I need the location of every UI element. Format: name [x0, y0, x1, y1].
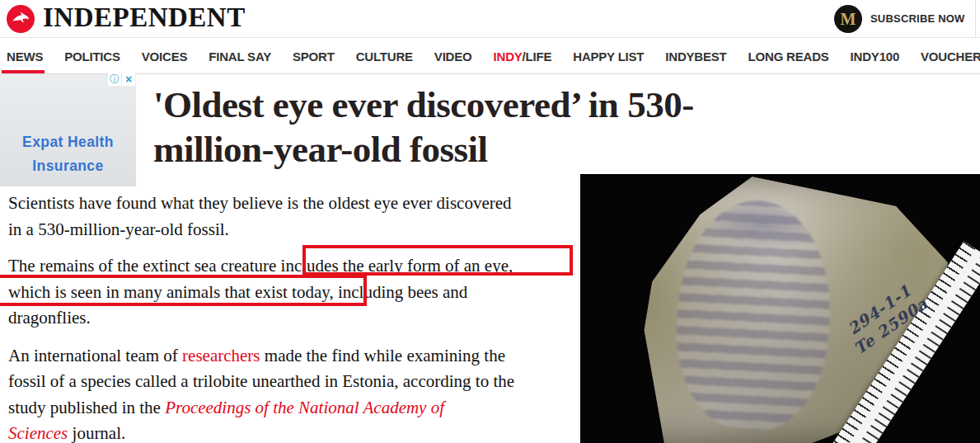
eagle-icon	[10, 8, 31, 30]
nav-indy-prefix: INDY	[494, 49, 523, 64]
headline-line-2: million-year-old fossil	[153, 127, 920, 172]
nav-item-indy-life[interactable]: INDY/LIFE	[494, 39, 552, 73]
nav-item-happy-list[interactable]: HAPPY LIST	[573, 39, 644, 73]
ad-close-icon[interactable]: ×	[121, 73, 135, 86]
independent-minds-logo-icon[interactable]: M	[834, 5, 862, 33]
nav-item-final-say[interactable]: FINAL SAY	[209, 39, 271, 73]
nav-item-voices[interactable]: VOICES	[142, 39, 187, 73]
ad-controls: ⓘ ×	[107, 73, 135, 86]
nav-life-suffix: /LIFE	[523, 49, 552, 64]
primary-nav: NEWS POLITICS VOICES FINAL SAY SPORT CUL…	[0, 39, 980, 74]
ad-line-1: Expat Health	[0, 130, 136, 154]
independent-eagle-logo-icon[interactable]	[7, 5, 35, 33]
p3-line-1: An international team of researchers mad…	[8, 343, 577, 370]
nav-item-culture[interactable]: CULTURE	[356, 39, 413, 73]
nav-item-news[interactable]: NEWS	[7, 39, 43, 73]
header-divider	[975, 0, 976, 38]
p3-line-4: Sciences journal.	[8, 421, 577, 443]
p3-text: made the find while examining the	[260, 346, 505, 365]
nav-item-video[interactable]: VIDEO	[434, 39, 472, 73]
p1-line-1: Scientists have found what they believe …	[8, 191, 577, 217]
subscribe-now-button[interactable]: SUBSCRIBE NOW	[870, 12, 965, 25]
ad-info-icon[interactable]: ⓘ	[107, 73, 121, 86]
ad-copy[interactable]: Expat Health Insurance	[0, 130, 136, 178]
nav-item-long-reads[interactable]: LONG READS	[748, 39, 829, 73]
p3-text: An international team of	[8, 346, 182, 365]
nav-item-indybest[interactable]: INDYBEST	[665, 39, 726, 73]
journal-link-part-2[interactable]: Sciences	[8, 423, 68, 443]
journal-link-part-1[interactable]: Proceedings of the National Academy of	[165, 398, 444, 417]
p3-line-2: fossil of a species called a trilobite u…	[8, 369, 577, 395]
sidebar-ad[interactable]: ⓘ × Expat Health Insurance	[0, 74, 136, 186]
nav-item-vouchers[interactable]: VOUCHERS	[921, 39, 980, 73]
paragraph-1: Scientists have found what they believe …	[8, 191, 577, 243]
nav-item-indy100[interactable]: INDY100	[851, 39, 899, 73]
p3-line-3: study published in the Proceedings of th…	[8, 395, 577, 422]
article-body: Scientists have found what they believe …	[8, 191, 577, 443]
annotation-box-2	[0, 275, 367, 306]
nav-item-politics[interactable]: POLITICS	[64, 39, 120, 73]
browser-page: INDEPENDENT M SUBSCRIBE NOW NEWS POLITIC…	[0, 0, 980, 443]
annotation-box-1	[302, 245, 573, 276]
p3-text: study published in the	[8, 398, 165, 417]
p3-text: journal.	[68, 423, 125, 443]
article-headline: 'Oldest eye ever discovered’ in 530- mil…	[153, 82, 920, 172]
fossil-photo: 294-1-1 Te 2590a	[580, 174, 980, 443]
nav-item-sport[interactable]: SPORT	[293, 39, 335, 73]
masthead-title[interactable]: INDEPENDENT	[43, 2, 246, 33]
p2-line-3: dragonflies.	[8, 305, 577, 332]
site-header: INDEPENDENT M SUBSCRIBE NOW	[0, 0, 980, 38]
ad-line-2: Insurance	[0, 154, 136, 178]
paragraph-3: An international team of researchers mad…	[8, 343, 577, 443]
headline-line-1: 'Oldest eye ever discovered’ in 530-	[153, 82, 920, 127]
p1-line-2: in a 530-million-year-old fossil.	[8, 217, 577, 243]
researchers-link[interactable]: researchers	[182, 346, 260, 365]
